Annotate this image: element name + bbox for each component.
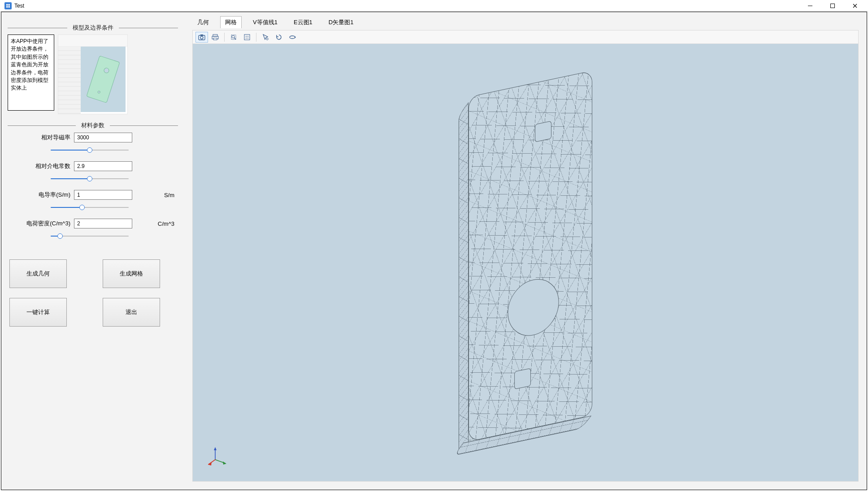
print-icon[interactable] (209, 32, 221, 43)
close-button[interactable] (844, 0, 866, 12)
svg-point-12 (246, 36, 247, 37)
group-model-boundary: 模型及边界条件 本APP中使用了开放边界条件，其中如图所示的蓝青色面为开放边界条… (8, 24, 178, 114)
conductivity-unit: S/m (164, 192, 178, 198)
titlebar: Test (0, 0, 868, 12)
svg-rect-11 (244, 34, 250, 40)
tab-mesh[interactable]: 网格 (220, 16, 242, 28)
select-arrow-icon[interactable] (259, 32, 272, 43)
screenshot-icon[interactable] (195, 32, 208, 43)
svg-rect-1 (831, 4, 835, 8)
left-panel: 模型及边界条件 本APP中使用了开放边界条件，其中如图所示的蓝青色面为开放边界条… (1, 12, 184, 490)
svg-marker-23 (208, 462, 212, 465)
maximize-button[interactable] (821, 0, 844, 12)
minimize-button[interactable] (799, 0, 821, 12)
rotate-icon[interactable] (286, 32, 299, 43)
tab-viso[interactable]: V等值线1 (248, 16, 282, 28)
zoom-extents-icon[interactable] (227, 32, 240, 43)
app-icon (4, 2, 12, 9)
tab-ecloud[interactable]: E云图1 (289, 16, 317, 28)
compute-button[interactable]: 一键计算 (9, 298, 67, 327)
tab-dvector[interactable]: D矢量图1 (324, 16, 359, 28)
charge-density-slider[interactable] (51, 233, 129, 240)
charge-density-unit: C/m^3 (158, 220, 178, 227)
group-model-label: 模型及边界条件 (67, 24, 119, 32)
svg-point-13 (247, 36, 248, 37)
conductivity-slider[interactable] (51, 204, 129, 211)
rel-perm-slider[interactable] (51, 146, 129, 154)
group-material-label: 材料参数 (76, 121, 110, 129)
window-title: Test (14, 3, 24, 9)
mesh-model (458, 90, 593, 435)
reset-view-icon[interactable] (273, 32, 285, 43)
svg-rect-4 (200, 34, 203, 36)
rel-eps-label: 相对介电常数 (8, 162, 74, 170)
viewport-3d[interactable] (193, 44, 858, 481)
model-description: 本APP中使用了开放边界条件，其中如图所示的蓝青色面为开放边界条件，电荷密度添加… (8, 34, 54, 111)
graphics-canvas (192, 30, 859, 482)
group-material-params: 材料参数 相对导磁率 相对介电常数 (8, 121, 178, 244)
toolbar-separator (224, 33, 225, 42)
rel-perm-input[interactable] (74, 133, 132, 142)
toolbar-separator (256, 33, 256, 42)
svg-point-3 (200, 36, 203, 39)
zoom-box-icon[interactable] (241, 32, 253, 43)
svg-marker-22 (223, 461, 226, 465)
model-thumbnail (58, 34, 128, 114)
graphics-toolbar (193, 30, 858, 44)
rel-eps-slider[interactable] (51, 175, 129, 182)
generate-geometry-button[interactable]: 生成几何 (9, 259, 67, 288)
view-tabbar: 几何网格V等值线1E云图1D矢量图1 (184, 16, 867, 28)
axis-triad-icon (208, 446, 228, 466)
rel-eps-input[interactable] (74, 161, 132, 171)
generate-mesh-button[interactable]: 生成网格 (103, 259, 160, 288)
svg-rect-7 (213, 38, 217, 40)
svg-line-10 (234, 38, 236, 39)
tab-geom[interactable]: 几何 (192, 16, 214, 28)
charge-density-input[interactable] (74, 219, 132, 228)
exit-button[interactable]: 退出 (103, 298, 160, 327)
svg-point-16 (266, 38, 268, 39)
conductivity-label: 电导率(S/m) (8, 191, 74, 199)
charge-density-label: 电荷密度(C/m^3) (8, 220, 74, 228)
rel-perm-label: 相对导磁率 (8, 134, 74, 142)
app-frame: 模型及边界条件 本APP中使用了开放边界条件，其中如图所示的蓝青色面为开放边界条… (1, 12, 867, 490)
conductivity-input[interactable] (74, 190, 132, 200)
svg-rect-5 (213, 34, 217, 36)
svg-marker-21 (214, 447, 217, 450)
svg-point-14 (246, 38, 247, 39)
right-panel: 几何网格V等值线1E云图1D矢量图1 (184, 12, 867, 490)
svg-point-17 (290, 36, 295, 39)
svg-point-15 (247, 38, 248, 39)
